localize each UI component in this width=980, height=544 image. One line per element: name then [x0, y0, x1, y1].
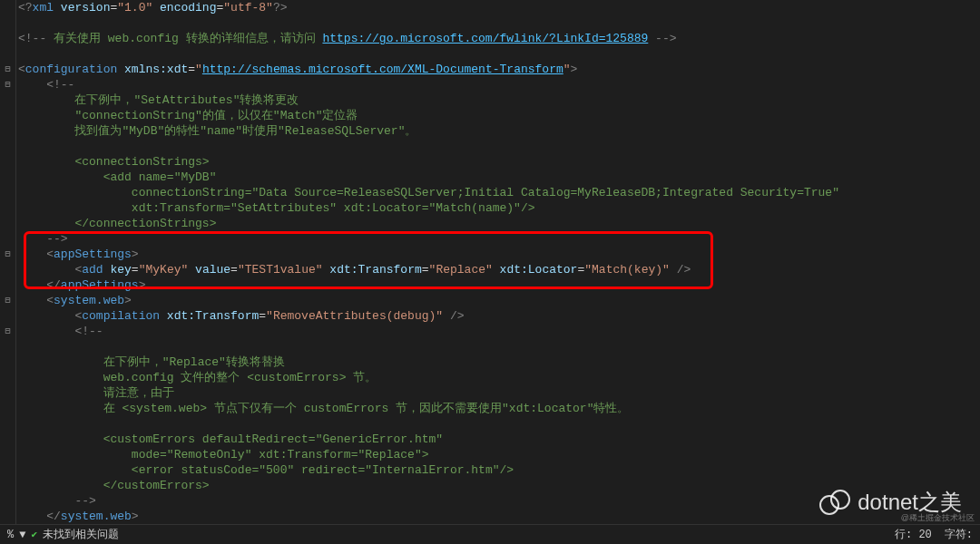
code-line[interactable]: [18, 15, 980, 31]
token: =: [188, 63, 195, 76]
fold-toggle: [0, 355, 15, 370]
token: ": [564, 63, 571, 76]
code-line[interactable]: 在 <system.web> 节点下仅有一个 customErrors 节，因此…: [18, 401, 980, 416]
token: "MyKey": [139, 263, 195, 277]
fold-toggle: [0, 231, 15, 247]
fold-toggle: [0, 123, 15, 139]
status-arrow[interactable]: ▼: [19, 529, 25, 541]
code-line[interactable]: 请注意，由于: [18, 385, 980, 401]
token: xdt:Transform: [167, 309, 259, 323]
token: </customErrors>: [103, 479, 210, 492]
token: system.web: [61, 510, 132, 523]
token: 在下例中，"SetAttributes"转换将更改: [74, 93, 299, 107]
code-line[interactable]: 找到值为"MyDB"的特性"name"时使用"ReleaseSQLServer"…: [18, 123, 980, 139]
token: <!--: [18, 32, 54, 45]
credit-text: @稀土掘金技术社区: [901, 512, 975, 524]
fold-gutter[interactable]: ⊟⊟⊟⊟⊟: [0, 0, 16, 526]
token: appSettings: [61, 278, 139, 292]
code-line[interactable]: 在下例中，"SetAttributes"转换将更改: [18, 92, 980, 108]
code-line[interactable]: mode="RemoteOnly" xdt:Transform="Replace…: [18, 447, 980, 462]
fold-toggle[interactable]: ⊟: [0, 62, 15, 77]
fold-toggle[interactable]: ⊟: [0, 77, 15, 92]
code-line[interactable]: <configuration xmlns:xdt="http://schemas…: [18, 62, 980, 77]
token: >: [132, 248, 139, 261]
token: value: [195, 263, 230, 277]
fold-toggle: [0, 0, 15, 15]
code-line[interactable]: -->: [18, 231, 980, 247]
token: <error statusCode="500" redirect="Intern…: [132, 463, 514, 477]
token: =: [422, 263, 429, 277]
code-line[interactable]: xdt:Transform="SetAttributes" xdt:Locato…: [18, 200, 980, 216]
code-line[interactable]: <!--: [18, 77, 980, 92]
code-editor[interactable]: ⊟⊟⊟⊟⊟ <?xml version="1.0" encoding="utf-…: [0, 0, 980, 526]
fold-toggle[interactable]: ⊟: [0, 324, 15, 339]
fold-toggle[interactable]: ⊟: [0, 293, 15, 308]
token: xdt:Transform="SetAttributes" xdt:Locato…: [132, 201, 535, 215]
token: =: [259, 309, 266, 323]
status-char[interactable]: 字符:: [945, 527, 973, 542]
token: xdt:Locator: [500, 263, 578, 277]
code-area[interactable]: <?xml version="1.0" encoding="utf-8"?><!…: [16, 0, 980, 526]
check-icon: ✔: [31, 529, 37, 540]
token: ?>: [273, 1, 288, 15]
token: >: [124, 294, 132, 307]
fold-toggle: [0, 509, 15, 524]
fold-toggle: [0, 185, 15, 200]
token: >: [132, 510, 139, 523]
code-line[interactable]: connectionString="Data Source=ReleaseSQL…: [18, 185, 980, 200]
fold-toggle[interactable]: ⊟: [0, 247, 15, 262]
code-line[interactable]: <!--: [18, 324, 980, 339]
token: "TEST1value": [238, 263, 329, 277]
status-line[interactable]: 行: 20: [895, 527, 932, 542]
token: "Match(key)": [584, 263, 676, 277]
token: <?: [18, 1, 33, 15]
status-percent[interactable]: %: [7, 529, 14, 541]
fold-toggle: [0, 15, 15, 31]
token: <!--: [46, 78, 74, 92]
code-line[interactable]: <error statusCode="500" redirect="Intern…: [18, 462, 980, 478]
token: </connectionStrings>: [74, 217, 216, 230]
code-line[interactable]: <appSettings>: [18, 247, 980, 262]
code-line[interactable]: <!-- 有关使用 web.config 转换的详细信息，请访问 https:/…: [18, 31, 980, 46]
token: compilation: [82, 309, 167, 323]
token: "RemoveAttributes(debug)": [266, 309, 450, 323]
code-line[interactable]: <?xml version="1.0" encoding="utf-8"?>: [18, 0, 980, 15]
code-line[interactable]: </connectionStrings>: [18, 216, 980, 231]
code-line[interactable]: </appSettings>: [18, 277, 980, 293]
code-line[interactable]: [18, 339, 980, 355]
code-line[interactable]: <add name="MyDB": [18, 170, 980, 185]
status-bar: % ▼ ✔ 未找到相关问题 行: 20 字符:: [0, 524, 980, 544]
code-line[interactable]: [18, 139, 980, 154]
token: </: [46, 278, 61, 292]
fold-toggle: [0, 108, 15, 123]
code-line[interactable]: [18, 46, 980, 62]
token: -->: [648, 32, 676, 45]
code-line[interactable]: <customErrors defaultRedirect="GenericEr…: [18, 432, 980, 447]
fold-toggle: [0, 170, 15, 185]
fold-toggle: [0, 370, 15, 385]
code-line[interactable]: <add key="MyKey" value="TEST1value" xdt:…: [18, 262, 980, 277]
fold-toggle: [0, 92, 15, 108]
token: <!--: [74, 325, 103, 338]
code-line[interactable]: [18, 416, 980, 432]
token: ": [195, 63, 202, 76]
fold-toggle: [0, 416, 15, 432]
fold-toggle: [0, 139, 15, 154]
code-line[interactable]: "connectionString"的值，以仅在"Match"定位器: [18, 108, 980, 123]
code-line[interactable]: web.config 文件的整个 <customErrors> 节。: [18, 370, 980, 385]
fold-toggle: [0, 447, 15, 462]
token: />: [450, 309, 465, 323]
code-line[interactable]: <compilation xdt:Transform="RemoveAttrib…: [18, 308, 980, 324]
code-line[interactable]: <connectionStrings>: [18, 154, 980, 170]
code-line[interactable]: 在下例中，"Replace"转换将替换: [18, 355, 980, 370]
fold-toggle: [0, 478, 15, 493]
token: http://schemas.microsoft.com/XML-Documen…: [202, 63, 564, 76]
status-issues[interactable]: 未找到相关问题: [43, 527, 119, 542]
token: version: [61, 1, 111, 15]
fold-toggle: [0, 462, 15, 478]
token: -->: [46, 232, 67, 246]
code-line[interactable]: <system.web>: [18, 293, 980, 308]
token: <add name="MyDB": [103, 170, 217, 184]
token: 请注意，由于: [103, 386, 174, 400]
token: <customErrors defaultRedirect="GenericEr…: [103, 432, 443, 446]
